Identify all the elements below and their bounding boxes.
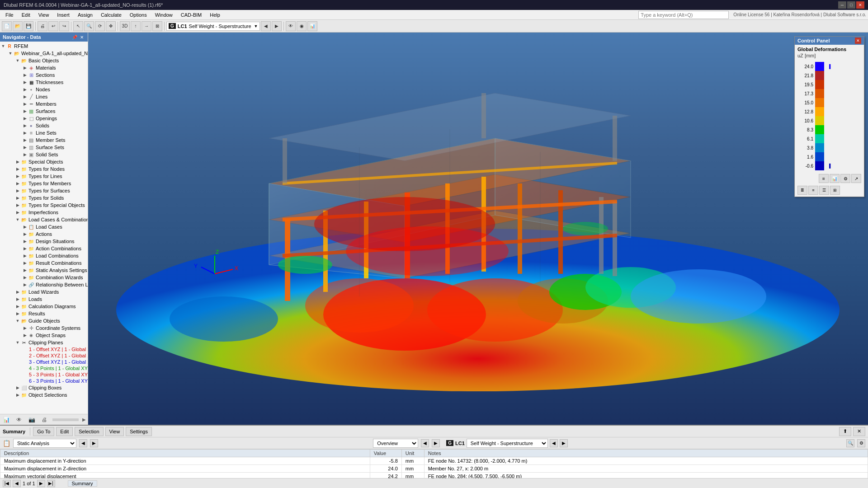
edit-button[interactable]: Edit: [56, 427, 73, 436]
result-type-button[interactable]: 📊: [307, 21, 317, 31]
solid-sets-toggle[interactable]: ▶: [22, 151, 28, 158]
thicknesses-item[interactable]: ▶ ▦ Thicknesses: [0, 79, 88, 86]
page-next-btn[interactable]: ▶: [37, 480, 45, 487]
solids-toggle[interactable]: ▶: [22, 122, 28, 129]
load-wizards-item[interactable]: ▶ Load Wizards: [0, 288, 88, 296]
project-item[interactable]: ▼ Webinar_GA-1_all-updated_NO-resul: [0, 50, 88, 57]
nodes-toggle[interactable]: ▶: [22, 86, 28, 93]
maximize-button[interactable]: □: [847, 1, 855, 9]
search-input[interactable]: [638, 11, 729, 19]
save-button[interactable]: 💾: [24, 21, 33, 31]
guide-objects-item[interactable]: ▼ Guide Objects: [0, 317, 88, 324]
analysis-type-dropdown[interactable]: Static Analysis: [13, 439, 76, 448]
types-surfaces-toggle[interactable]: ▶: [14, 188, 21, 194]
types-solids-toggle[interactable]: ▶: [14, 195, 21, 201]
coord-systems-item[interactable]: ▶ Coordinate Systems: [0, 324, 88, 332]
special-objects-item[interactable]: ▶ Special Objects: [0, 158, 88, 165]
rotate-button[interactable]: ⟳: [95, 21, 105, 31]
nav-data-btn[interactable]: 📊: [2, 416, 11, 424]
surface-sets-toggle[interactable]: ▶: [22, 144, 28, 150]
member-sets-toggle[interactable]: ▶: [22, 137, 28, 143]
cp-footer-4[interactable]: ⊞: [830, 186, 840, 195]
sections-toggle[interactable]: ▶: [22, 72, 28, 78]
analysis-prev-btn[interactable]: ◀: [79, 439, 87, 447]
line-sets-item[interactable]: ▶ Line Sets: [0, 129, 88, 136]
solids-item[interactable]: ▶ Solids: [0, 122, 88, 129]
load-cases-group-item[interactable]: ▼ Load Cases & Combinations: [0, 216, 88, 223]
overview-prev-btn[interactable]: ◀: [421, 439, 429, 447]
cp-footer-2[interactable]: ≡: [808, 186, 818, 195]
imperfections-item[interactable]: ▶ Imperfections: [0, 209, 88, 216]
menu-edit[interactable]: Edit: [18, 11, 34, 19]
load-wizards-toggle[interactable]: ▶: [14, 289, 21, 295]
calc-diagrams-toggle[interactable]: ▶: [14, 303, 21, 310]
viewport-3d[interactable]: X Z Y Control Panel ✕ Global Deformation…: [88, 33, 868, 425]
surfaces-toggle[interactable]: ▶: [22, 108, 28, 114]
menu-file[interactable]: File: [2, 11, 17, 19]
page-first-btn[interactable]: |◀: [3, 480, 11, 487]
load-combinations-toggle[interactable]: ▶: [22, 253, 28, 259]
design-situations-toggle[interactable]: ▶: [22, 238, 28, 244]
loads-toggle[interactable]: ▶: [14, 296, 21, 302]
imperfections-toggle[interactable]: ▶: [14, 209, 21, 216]
menu-insert[interactable]: Insert: [53, 11, 73, 19]
object-selections-toggle[interactable]: ▶: [14, 392, 21, 398]
cp-settings-btn[interactable]: ⚙: [840, 174, 850, 183]
overview-next-btn[interactable]: ▶: [432, 439, 440, 447]
clipping-boxes-toggle[interactable]: ▶: [14, 385, 21, 391]
print-button[interactable]: 🖨: [38, 21, 47, 31]
object-selections-item[interactable]: ▶ Object Selections: [0, 391, 88, 399]
combination-wizards-item[interactable]: ▶ Combination Wizards: [0, 274, 88, 281]
clipping-plane-3[interactable]: 3 - Offset XYZ | 1 - Global X: [0, 359, 88, 365]
load-cases-item[interactable]: ▶ 📋 Load Cases: [0, 223, 88, 230]
menu-calculate[interactable]: Calculate: [97, 11, 125, 19]
nav-scroll-arrow[interactable]: ▶: [82, 417, 86, 422]
relationship-toggle[interactable]: ▶: [22, 282, 28, 288]
calc-diagrams-item[interactable]: ▶ Calculation Diagrams: [0, 303, 88, 310]
design-situations-item[interactable]: ▶ Design Situations: [0, 238, 88, 245]
types-members-item[interactable]: ▶ Types for Members: [0, 180, 88, 187]
menu-help[interactable]: Help: [206, 11, 224, 19]
results-toggle[interactable]: ▶: [14, 310, 21, 317]
types-nodes-item[interactable]: ▶ Types for Nodes: [0, 165, 88, 173]
types-nodes-toggle[interactable]: ▶: [14, 166, 21, 172]
static-analysis-item[interactable]: ▶ Static Analysis Settings: [0, 267, 88, 274]
view-side-button[interactable]: →: [142, 21, 151, 31]
project-toggle[interactable]: ▼: [7, 50, 14, 56]
openings-toggle[interactable]: ▶: [22, 115, 28, 122]
goto-button[interactable]: Go To: [33, 427, 54, 436]
load-cases-group-toggle[interactable]: ▼: [14, 216, 21, 223]
coord-systems-toggle[interactable]: ▶: [22, 325, 28, 331]
types-lines-item[interactable]: ▶ Types for Lines: [0, 173, 88, 180]
result-combinations-item[interactable]: ▶ Result Combinations: [0, 259, 88, 267]
clipping-plane-5[interactable]: 5 - 3 Points | 1 - Global XYZ: [0, 371, 88, 378]
action-combinations-item[interactable]: ▶ Action Combinations: [0, 245, 88, 252]
combination-wizards-toggle[interactable]: ▶: [22, 274, 28, 281]
clipping-planes-toggle[interactable]: ▼: [14, 339, 21, 346]
object-snaps-toggle[interactable]: ▶: [22, 332, 28, 338]
navigator-close-button[interactable]: ✕: [79, 34, 85, 40]
cp-footer-1[interactable]: ≣: [797, 186, 807, 195]
nav-scrollbar[interactable]: [52, 418, 79, 421]
actions-item[interactable]: ▶ Actions: [0, 230, 88, 238]
nav-view-btn[interactable]: 📷: [27, 416, 36, 424]
maximize-panel-btn[interactable]: ⬆: [839, 427, 851, 436]
view-top-button[interactable]: ⊠: [152, 21, 162, 31]
members-item[interactable]: ▶ Members: [0, 100, 88, 108]
settings-button[interactable]: Settings: [126, 427, 152, 436]
member-sets-item[interactable]: ▶ Member Sets: [0, 136, 88, 144]
clipping-plane-4[interactable]: 4 - 3 Points | 1 - Global XYZ: [0, 365, 88, 371]
clipping-planes-item[interactable]: ▼ ✂ Clipping Planes: [0, 339, 88, 346]
types-surfaces-item[interactable]: ▶ Types for Surfaces: [0, 187, 88, 194]
nav-display-btn[interactable]: 👁: [14, 416, 24, 424]
cp-table-btn[interactable]: ≡: [819, 174, 829, 183]
results-item[interactable]: ▶ Results: [0, 310, 88, 317]
nav-tree[interactable]: ▼ R RFEM ▼ Webinar_GA-1_all-updated_NO-r…: [0, 42, 88, 414]
rfem-root-toggle[interactable]: ▼: [0, 43, 6, 49]
types-special-item[interactable]: ▶ Types for Special Objects: [0, 202, 88, 209]
load-combinations-item[interactable]: ▶ Load Combinations: [0, 252, 88, 259]
materials-toggle[interactable]: ▶: [22, 65, 28, 71]
action-combinations-toggle[interactable]: ▶: [22, 245, 28, 252]
solid-sets-item[interactable]: ▶ Solid Sets: [0, 151, 88, 158]
summary-tab-label[interactable]: Summary: [68, 480, 97, 487]
